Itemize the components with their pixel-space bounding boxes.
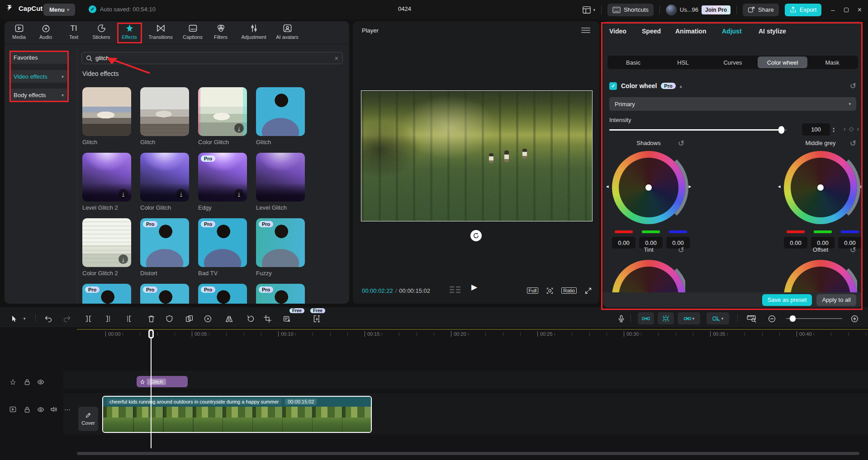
tint-color-wheel[interactable] [612,258,685,292]
wheel-mode-dropdown[interactable]: Primary ▾ [609,97,856,111]
tab-captions[interactable]: Captions [178,23,207,43]
tab-media[interactable]: Media [5,23,33,43]
tab-adjust[interactable]: Adjust [722,28,742,35]
tab-adjustment[interactable]: Adjustment [237,23,270,43]
reset-icon[interactable]: ↺ [678,246,684,254]
layout-switch-button[interactable]: ▾ [582,6,595,14]
extend-clip-button[interactable] [312,314,322,324]
track-more-options-icon[interactable]: ⋯ [63,405,71,413]
rotate-button[interactable] [246,314,256,324]
effect-card[interactable]: ↓ Color Glitch [198,87,247,146]
download-icon[interactable]: ↓ [119,189,128,198]
tab-ai-avatars[interactable]: AI avatars [271,23,303,43]
playhead-line[interactable] [151,337,152,448]
sidebar-item-favorites[interactable]: Favorites [9,51,68,64]
reset-icon[interactable]: ↺ [678,140,684,147]
effect-thumbnail[interactable]: Pro ↓ [198,153,247,202]
video-clip[interactable]: cheerful kids running around outdoors in… [102,396,372,433]
select-tool-dropdown[interactable]: ▾ [22,314,27,324]
delete-button[interactable] [146,314,156,324]
effect-thumbnail[interactable]: Pro [198,218,247,267]
effect-thumbnail[interactable] [256,153,305,202]
reset-icon[interactable]: ↺ [850,82,856,90]
export-button[interactable]: Export [785,4,822,16]
link-clips-button[interactable]: ▾ [678,312,700,324]
intensity-stepper[interactable]: ▴▾ [833,123,835,136]
effects-search-bar[interactable]: × [81,52,343,64]
play-button[interactable]: ▶ [471,282,477,292]
reset-icon[interactable]: ↺ [850,246,856,254]
hide-track-icon[interactable] [37,405,45,413]
share-button[interactable]: Share [743,4,779,16]
redo-button[interactable] [62,314,72,324]
effect-thumbnail[interactable]: Pro [198,284,247,304]
subtab-basic[interactable]: Basic [608,56,658,68]
avatar[interactable] [666,5,677,15]
effect-thumbnail[interactable]: Pro [82,284,131,304]
wheel-center-dot[interactable] [645,184,652,191]
middle-grey-color-wheel[interactable]: ◂ ▸ [784,151,857,224]
subtab-mask[interactable]: Mask [807,56,857,68]
auto-split-button[interactable] [658,312,674,324]
sidebar-item-video-effects[interactable]: Video effects ▾ [9,70,68,83]
mirror-button[interactable] [224,314,234,324]
save-as-preset-button[interactable]: Save as preset [762,294,812,306]
offset-color-wheel[interactable] [784,258,857,292]
intensity-slider[interactable] [609,129,787,131]
mask-button[interactable] [164,314,174,324]
tab-filters[interactable]: Filters [206,23,235,43]
keyframe-controls[interactable]: ‹ ◇ › [844,125,859,132]
remove-caption-button[interactable] [282,314,292,324]
undo-button[interactable] [43,314,53,324]
hide-track-icon[interactable] [37,378,45,386]
rotate-handle[interactable] [470,230,482,241]
subtab-curves[interactable]: Curves [708,56,758,68]
tab-audio[interactable]: Audio [31,23,60,43]
close-button[interactable]: × [858,6,862,14]
search-input[interactable] [95,55,331,61]
clear-search-icon[interactable]: × [335,55,338,62]
snap-toggle-button[interactable] [638,312,654,324]
effect-thumbnail[interactable]: ↓ [82,153,131,202]
collapse-icon[interactable]: ▴ [680,84,682,89]
shadows-color-wheel[interactable]: ◂ ▸ [612,151,685,224]
effect-card[interactable]: Pro [140,284,189,304]
ratio-button[interactable]: Ratio [561,287,577,294]
effect-card[interactable]: Pro Distort [140,218,189,277]
overlay-button[interactable] [184,314,194,324]
split-button[interactable] [83,314,93,324]
effect-card[interactable]: Glitch [256,87,305,146]
playhead-handle[interactable] [148,329,154,338]
effect-card[interactable]: Pro [256,284,305,304]
preview-zoom-icon[interactable] [546,287,554,295]
zoom-out-button[interactable] [767,314,777,324]
timeline-ruler[interactable]: 00:00 00:05 00:10 00:15 00:20 00:25 00:3… [0,329,868,341]
cover-button[interactable]: Cover [78,407,98,431]
track-select-mode-button[interactable]: ▾ [707,312,729,324]
split-delete-left-button[interactable] [103,314,113,324]
timeline-scrollbar[interactable] [77,452,859,455]
intensity-value[interactable]: 100 [802,123,830,136]
subtab-hsl[interactable]: HSL [658,56,708,68]
download-icon[interactable]: ↓ [234,189,244,198]
frame-preview-icon[interactable] [449,285,461,294]
crop-button[interactable] [262,314,272,324]
reset-icon[interactable]: ↺ [850,140,856,147]
effect-card[interactable]: Pro Bad TV [198,218,247,277]
effect-card[interactable]: Glitch [140,87,189,146]
effect-thumbnail[interactable] [82,87,131,136]
effect-thumbnail[interactable]: Pro [256,284,305,304]
full-button[interactable]: Full [527,287,539,294]
effect-card[interactable]: Level Glitch [256,153,305,211]
tab-speed[interactable]: Speed [642,28,661,35]
effect-thumbnail[interactable] [140,87,189,136]
record-voiceover-button[interactable] [616,314,626,324]
player-menu-icon[interactable] [581,26,590,34]
sidebar-item-body-effects[interactable]: Body effects ▾ [9,89,68,101]
glitch-effect-clip[interactable]: Glitch [137,376,188,387]
effect-card[interactable]: ↓ Level Glitch 2 [82,153,131,211]
split-delete-right-button[interactable] [123,314,133,324]
effect-card[interactable]: ↓ Color Glitch [140,153,189,211]
tab-stickers[interactable]: Stickers [87,23,116,43]
effect-thumbnail[interactable] [256,87,305,136]
